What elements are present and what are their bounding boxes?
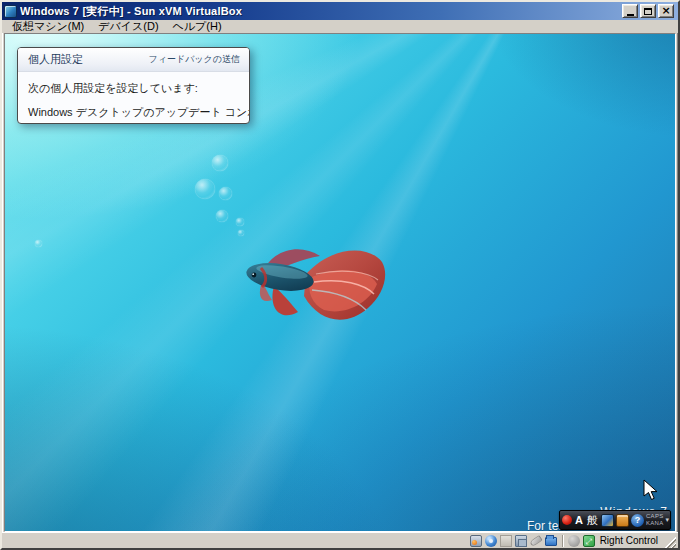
ime-language-bar[interactable]: A 般 ? CAPS KANA ▾ — [559, 510, 671, 530]
network-status-icon[interactable] — [515, 535, 527, 547]
vrdp-status-icon[interactable] — [568, 535, 580, 547]
minimize-button[interactable] — [622, 4, 638, 18]
ime-conversion-mode-button[interactable]: 般 — [586, 513, 599, 528]
close-button[interactable]: × — [658, 4, 674, 18]
menu-devices[interactable]: デバイス(D) — [91, 20, 165, 33]
maximize-icon — [644, 8, 652, 15]
dialog-header: 個人用設定 フィードバックの送信 — [18, 48, 249, 72]
ime-caps-label: CAPS — [646, 513, 664, 520]
send-feedback-link[interactable]: フィードバックの送信 — [149, 53, 240, 66]
harddisk-status-icon[interactable] — [470, 535, 482, 547]
resize-grip[interactable] — [663, 535, 676, 548]
ime-tools-icon[interactable] — [601, 514, 614, 527]
statusbar: Right Control — [2, 532, 678, 548]
floppy-status-icon[interactable] — [500, 535, 512, 547]
dialog-body: 次の個人用設定を設定しています: Windows デスクトップのアップデート コ… — [18, 72, 249, 124]
ime-language-icon[interactable] — [562, 515, 572, 525]
menu-machine[interactable]: 仮想マシン(M) — [5, 20, 91, 33]
mouse-cursor — [643, 479, 659, 501]
virtualbox-window: Windows 7 [実行中] - Sun xVM VirtualBox × 仮… — [0, 0, 680, 550]
menubar: 仮想マシン(M) デバイス(D) ヘルプ(H) — [2, 20, 678, 33]
ime-key-state: CAPS KANA — [646, 513, 664, 527]
ime-input-mode-button[interactable]: A — [574, 514, 584, 526]
virtualbox-app-icon — [4, 5, 17, 18]
personalization-dialog: 個人用設定 フィードバックの送信 次の個人用設定を設定しています: Window… — [17, 47, 250, 124]
statusbar-separator — [562, 535, 563, 547]
bubble — [195, 179, 215, 199]
bubble — [219, 187, 232, 200]
menu-help[interactable]: ヘルプ(H) — [166, 20, 229, 33]
betta-fish-wallpaper — [230, 234, 390, 334]
dialog-component-text: Windows デスクトップのアップデート コンポーネント — [28, 105, 239, 120]
host-key-label: Right Control — [598, 535, 660, 546]
bubble — [212, 155, 228, 171]
bubble — [216, 210, 228, 222]
ime-help-icon[interactable]: ? — [631, 514, 644, 527]
bubble — [236, 218, 244, 226]
dialog-status-text: 次の個人用設定を設定しています: — [28, 81, 239, 96]
ime-pad-icon[interactable] — [616, 514, 629, 527]
minimize-icon — [627, 14, 634, 16]
autoresize-status-icon[interactable] — [583, 535, 595, 547]
guest-desktop[interactable]: 個人用設定 フィードバックの送信 次の個人用設定を設定しています: Window… — [4, 33, 676, 532]
ime-minimize-button[interactable]: ▾ — [666, 516, 670, 524]
maximize-button[interactable] — [640, 4, 656, 18]
dialog-title: 個人用設定 — [28, 52, 83, 67]
usb-status-icon[interactable] — [529, 535, 542, 547]
ime-kana-label: KANA — [646, 520, 664, 527]
bubble — [35, 240, 42, 247]
titlebar[interactable]: Windows 7 [実行中] - Sun xVM VirtualBox × — [2, 2, 678, 20]
window-title: Windows 7 [実行中] - Sun xVM VirtualBox — [20, 4, 619, 19]
shared-folder-status-icon[interactable] — [545, 537, 557, 546]
close-icon: × — [661, 6, 670, 16]
cdrom-status-icon[interactable] — [485, 535, 497, 547]
